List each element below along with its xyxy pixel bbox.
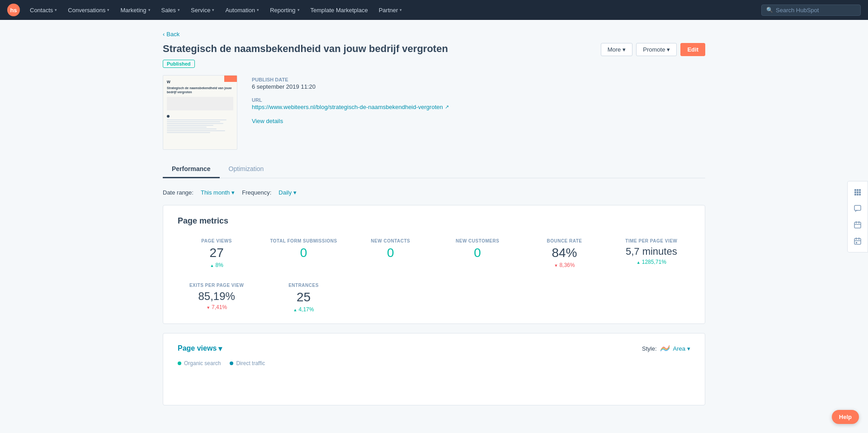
metric-bounce-rate-change: 8,36% <box>554 262 575 268</box>
nav-sales[interactable]: Sales ▾ <box>157 4 185 16</box>
metric-entrances: ENTRANCES 25 4,17% <box>264 283 342 313</box>
thumbnail-line <box>167 123 223 124</box>
marketing-chevron: ▾ <box>148 8 151 12</box>
promote-button[interactable]: Promote ▾ <box>636 43 677 56</box>
contacts-chevron: ▾ <box>55 8 57 12</box>
view-details-link[interactable]: View details <box>252 118 449 124</box>
metric-entrances-label: ENTRANCES <box>288 283 319 288</box>
automation-chevron: ▾ <box>257 8 259 12</box>
nav-automation[interactable]: Automation ▾ <box>221 4 264 16</box>
page-views-title[interactable]: Page views ▾ <box>178 344 222 353</box>
metric-page-views-value: 27 <box>210 246 224 260</box>
metric-entrances-value: 25 <box>297 290 311 305</box>
date-range-dropdown[interactable]: This month ▾ <box>201 189 235 196</box>
tab-optimization[interactable]: Optimization <box>220 161 273 178</box>
svg-rect-12 <box>854 222 861 228</box>
top-navigation: hs Contacts ▾ Conversations ▾ Marketing … <box>0 0 868 20</box>
external-link-icon: ↗ <box>445 104 449 110</box>
thumbnail-title: Strategisch de naamsbekendheid van jouw … <box>167 86 233 94</box>
metrics-grid-row2: EXITS PER PAGE VIEW 85,19% 7,41% ENTRANC… <box>178 283 690 313</box>
page-title: Strategisch de naamsbekendheid van jouw … <box>163 43 448 55</box>
nav-template-marketplace[interactable]: Template Marketplace <box>306 4 373 16</box>
svg-rect-9 <box>857 194 859 195</box>
conversations-chevron: ▾ <box>107 8 109 12</box>
tab-performance[interactable]: Performance <box>163 161 220 178</box>
search-input[interactable] <box>776 7 856 14</box>
nav-service[interactable]: Service ▾ <box>186 4 219 16</box>
svg-rect-11 <box>854 205 861 210</box>
metric-new-customers: NEW CUSTOMERS 0 <box>439 238 516 268</box>
url-link[interactable]: https://www.webiteers.nl/blog/strategisc… <box>252 104 449 110</box>
thumbnail-line <box>167 127 207 128</box>
back-link[interactable]: ‹ Back <box>163 31 705 38</box>
metric-exits-value: 85,19% <box>198 290 235 302</box>
nav-partner[interactable]: Partner ▾ <box>374 4 407 16</box>
metric-page-views: PAGE VIEWS 27 8% <box>178 238 255 268</box>
thumbnail-accent-bar <box>224 76 237 82</box>
metric-time-per-view-change: 1285,71% <box>637 259 666 265</box>
status-badge: Published <box>163 60 195 68</box>
metric-new-customers-value: 0 <box>474 246 481 260</box>
svg-rect-5 <box>854 191 856 193</box>
reporting-chevron: ▾ <box>297 8 300 12</box>
blog-thumbnail: w Strategisch de naamsbekendheid van jou… <box>163 75 237 150</box>
calendar2-icon-btn[interactable] <box>850 234 865 248</box>
metrics-grid-row1: PAGE VIEWS 27 8% TOTAL FORM SUBMISSIONS … <box>178 238 690 268</box>
metric-bounce-rate-value: 84% <box>552 246 577 260</box>
svg-rect-7 <box>859 191 861 193</box>
page-views-chevron: ▾ <box>218 344 222 353</box>
thumbnail-dot <box>167 115 170 118</box>
date-range-chevron: ▾ <box>231 189 235 196</box>
style-label: Style: <box>642 345 657 352</box>
search-bar[interactable]: 🔍 <box>761 5 861 16</box>
calendar-icon-btn[interactable] <box>850 218 865 232</box>
style-dropdown[interactable]: Area ▾ <box>673 345 690 352</box>
promote-chevron: ▾ <box>667 46 670 53</box>
svg-rect-16 <box>854 238 861 244</box>
nav-reporting[interactable]: Reporting ▾ <box>265 4 304 16</box>
page-metrics-card: Page metrics PAGE VIEWS 27 8% TOTAL FORM… <box>163 205 705 324</box>
up-arrow-icon <box>637 259 641 265</box>
nav-marketing[interactable]: Marketing ▾ <box>116 4 155 16</box>
date-range-label: Date range: <box>163 189 193 196</box>
metric-form-submissions-label: TOTAL FORM SUBMISSIONS <box>270 238 337 243</box>
metric-time-per-view: TIME PER PAGE VIEW 5,7 minutes 1285,71% <box>613 238 690 268</box>
nav-contacts[interactable]: Contacts ▾ <box>25 4 61 16</box>
metric-new-contacts: NEW CONTACTS 0 <box>352 238 429 268</box>
thumbnail-hero-image <box>167 97 233 110</box>
metric-form-submissions-value: 0 <box>300 246 307 260</box>
frequency-chevron: ▾ <box>293 189 297 196</box>
page-views-header: Page views ▾ Style: Area ▾ <box>178 344 690 353</box>
thumbnail-line <box>167 128 217 129</box>
down-arrow-icon <box>206 304 210 310</box>
metric-entrances-change: 4,17% <box>293 306 314 313</box>
more-button[interactable]: More ▾ <box>601 43 633 56</box>
calendar2-icon <box>854 238 861 245</box>
thumbnail-line <box>167 132 210 133</box>
edit-button[interactable]: Edit <box>680 43 705 56</box>
help-button[interactable]: Help <box>832 410 859 424</box>
metric-new-contacts-value: 0 <box>387 246 394 260</box>
frequency-dropdown[interactable]: Daily ▾ <box>278 189 297 196</box>
metric-form-submissions: TOTAL FORM SUBMISSIONS 0 <box>264 238 342 268</box>
service-chevron: ▾ <box>212 8 214 12</box>
chat-icon-btn[interactable] <box>850 201 865 216</box>
metric-exits-label: EXITS PER PAGE VIEW <box>189 283 244 288</box>
url-section: URL https://www.webiteers.nl/blog/strate… <box>252 97 449 110</box>
svg-rect-20 <box>856 242 857 243</box>
svg-rect-6 <box>857 191 859 193</box>
calendar-icon <box>854 221 861 228</box>
nav-conversations[interactable]: Conversations ▾ <box>63 4 114 16</box>
grid-icon-btn[interactable] <box>850 185 865 200</box>
hubspot-logo: hs <box>7 4 20 16</box>
back-chevron: ‹ <box>163 31 165 38</box>
sales-chevron: ▾ <box>178 8 180 12</box>
svg-rect-2 <box>854 189 856 191</box>
thumbnail-line <box>167 121 220 122</box>
more-chevron: ▾ <box>623 46 626 53</box>
metric-exits-change: 7,41% <box>206 304 227 310</box>
blog-info-row: w Strategisch de naamsbekendheid van jou… <box>163 75 705 150</box>
grid-icon <box>854 189 861 196</box>
style-chevron: ▾ <box>687 345 690 352</box>
chart-legend: Organic search Direct traffic <box>178 360 690 366</box>
